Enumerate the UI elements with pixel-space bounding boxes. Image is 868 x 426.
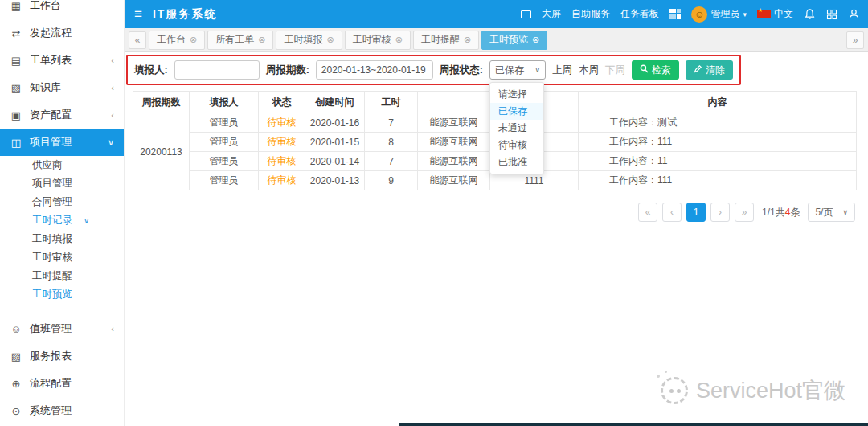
avatar: ☺ bbox=[691, 6, 707, 23]
tab-label: 工作台 bbox=[157, 33, 186, 47]
submenu-item-timesheet-record[interactable]: 工时记录 ∨ bbox=[0, 211, 124, 230]
tab-workbench[interactable]: 工作台 ⊗ bbox=[149, 31, 205, 50]
layout-grid-icon[interactable] bbox=[669, 9, 682, 20]
chevron-down-icon: ∨ bbox=[842, 208, 848, 216]
close-icon[interactable]: ⊗ bbox=[258, 35, 265, 45]
submenu-item-timesheet-remind[interactable]: 工时提醒 bbox=[0, 267, 124, 285]
prev-page-button[interactable]: ‹ bbox=[662, 203, 682, 222]
sidebar-item-process-config[interactable]: ⊕ 流程配置 bbox=[0, 370, 124, 397]
col-created: 创建时间 bbox=[305, 92, 365, 113]
sidebar-item-ticket-list[interactable]: ▤ 工单列表 ‹ bbox=[0, 47, 124, 74]
close-icon[interactable]: ⊗ bbox=[326, 35, 334, 45]
clear-button-label: 清除 bbox=[706, 63, 725, 77]
process-icon: ⊕ bbox=[10, 378, 23, 390]
flow-icon: ⇄ bbox=[10, 27, 23, 39]
submenu-item-supplier[interactable]: 供应商 bbox=[0, 156, 124, 174]
sidebar: ▦ 工作台 ⇄ 发起流程 ▤ 工单列表 ‹ ▧ 知识库 ‹ ▣ 资产配置 ‹ ◫… bbox=[0, 0, 125, 426]
dropdown-option-rejected[interactable]: 未通过 bbox=[490, 120, 543, 137]
tab-all-tickets[interactable]: 所有工单 ⊗ bbox=[207, 31, 273, 50]
close-icon[interactable]: ⊗ bbox=[190, 35, 197, 45]
user-profile-icon[interactable] bbox=[848, 8, 860, 20]
status-cell: 待审核 bbox=[259, 171, 305, 190]
dropdown-option-saved[interactable]: 已保存 bbox=[490, 103, 543, 120]
hamburger-menu-icon[interactable]: ≡ bbox=[134, 6, 142, 23]
tab-timesheet-remind[interactable]: 工时提醒 ⊗ bbox=[413, 31, 479, 50]
sidebar-item-label: 工作台 bbox=[30, 0, 61, 13]
language-label: 中文 bbox=[774, 7, 793, 21]
tab-timesheet-audit[interactable]: 工时审核 ⊗ bbox=[345, 31, 411, 50]
big-screen-icon[interactable] bbox=[521, 10, 531, 18]
dropdown-option-approved[interactable]: 已批准 bbox=[490, 154, 543, 170]
close-icon[interactable]: ⊗ bbox=[532, 35, 539, 45]
last-week-link[interactable]: 上周 bbox=[552, 63, 572, 77]
sidebar-item-launch-flow[interactable]: ⇄ 发起流程 bbox=[0, 19, 124, 47]
dropdown-option-please-select[interactable]: 请选择 bbox=[490, 86, 543, 103]
col-status: 状态 bbox=[259, 92, 305, 113]
nav-big-screen[interactable]: 大屏 bbox=[542, 7, 561, 21]
close-icon[interactable]: ⊗ bbox=[395, 35, 403, 45]
asset-config-icon: ▣ bbox=[10, 109, 23, 121]
sidebar-item-knowledge-base[interactable]: ▧ 知识库 ‹ bbox=[0, 74, 124, 101]
china-flag-icon: ★ bbox=[757, 10, 771, 18]
created-cell: 2020-01-14 bbox=[305, 152, 365, 171]
nav-self-service[interactable]: 自助服务 bbox=[571, 7, 610, 21]
close-icon[interactable]: ⊗ bbox=[464, 35, 471, 45]
brush-icon bbox=[694, 64, 702, 76]
submenu-item-project-mgmt[interactable]: 项目管理 bbox=[0, 174, 124, 193]
chevron-left-icon: ‹ bbox=[111, 324, 114, 334]
page-number-button[interactable]: 1 bbox=[686, 203, 706, 222]
sidebar-item-system-management[interactable]: ⊙ 系统管理 bbox=[0, 397, 124, 424]
search-button-label: 检索 bbox=[652, 63, 671, 77]
period-input[interactable] bbox=[316, 60, 433, 80]
next-week-link[interactable]: 下周 bbox=[605, 63, 625, 77]
language-switcher[interactable]: ★ 中文 bbox=[757, 7, 793, 21]
first-page-button[interactable]: « bbox=[638, 203, 657, 222]
sidebar-item-project-management[interactable]: ◫ 项目管理 ∨ bbox=[0, 129, 124, 156]
user-menu[interactable]: ☺ 管理员 ▾ bbox=[691, 6, 747, 23]
app-title: IT服务系统 bbox=[153, 7, 217, 22]
status-cell: 待审核 bbox=[259, 133, 305, 152]
sidebar-item-label: 工单列表 bbox=[30, 53, 72, 68]
last-page-button[interactable]: » bbox=[735, 203, 754, 222]
sidebar-item-asset-config[interactable]: ▣ 资产配置 ‹ bbox=[0, 101, 124, 129]
project-cell: 能源互联网 bbox=[418, 152, 490, 171]
clear-button[interactable]: 清除 bbox=[686, 60, 733, 80]
submenu-item-contract-mgmt[interactable]: 合同管理 bbox=[0, 193, 124, 211]
apps-icon[interactable] bbox=[826, 9, 837, 20]
reporter-cell: 管理员 bbox=[190, 152, 259, 171]
sidebar-item-duty-management[interactable]: ☺ 值班管理 ‹ bbox=[0, 315, 124, 342]
caret-down-icon: ▾ bbox=[743, 10, 747, 18]
submenu-item-timesheet-audit[interactable]: 工时审核 bbox=[0, 248, 124, 267]
tabs-scroll-left-icon[interactable]: « bbox=[129, 31, 146, 49]
bell-icon[interactable] bbox=[804, 8, 816, 20]
this-week-link[interactable]: 本周 bbox=[579, 63, 599, 77]
submenu-item-timesheet-preview[interactable]: 工时预览 bbox=[0, 285, 124, 304]
chevron-left-icon: ‹ bbox=[111, 83, 114, 92]
tab-timesheet-preview[interactable]: 工时预览 ⊗ bbox=[481, 31, 547, 50]
sidebar-item-label: 服务报表 bbox=[30, 349, 72, 363]
search-button[interactable]: 检索 bbox=[632, 60, 679, 80]
submenu-item-timesheet-fill[interactable]: 工时填报 bbox=[0, 230, 124, 248]
content-cell: 工作内容：11 bbox=[579, 152, 857, 171]
tabs-scroll-right-icon[interactable]: » bbox=[846, 31, 864, 49]
next-page-button[interactable]: › bbox=[710, 203, 730, 222]
reporter-input[interactable] bbox=[174, 60, 260, 80]
sidebar-item-label: 知识库 bbox=[30, 80, 61, 95]
period-group-cell: 20200113 bbox=[133, 113, 190, 190]
sidebar-item-service-report[interactable]: ▨ 服务报表 bbox=[0, 342, 124, 370]
tab-timesheet-fill[interactable]: 工时填报 ⊗ bbox=[276, 31, 342, 50]
reporter-cell: 管理员 bbox=[190, 113, 259, 133]
tab-label: 工时审核 bbox=[353, 33, 391, 47]
page-size-select[interactable]: 5/页 ∨ bbox=[808, 203, 855, 222]
sidebar-item-label: 系统管理 bbox=[30, 403, 72, 418]
nav-task-board[interactable]: 任务看板 bbox=[620, 7, 659, 21]
sidebar-item-workbench[interactable]: ▦ 工作台 bbox=[0, 0, 124, 19]
status-select[interactable]: 已保存 ∨ 请选择 已保存 未通过 待审核 已批准 bbox=[489, 60, 546, 80]
dropdown-option-pending[interactable]: 待审核 bbox=[490, 137, 543, 154]
content-cell: 工作内容：111 bbox=[579, 171, 857, 190]
col-hours: 工时 bbox=[365, 92, 418, 113]
tab-label: 工时提醒 bbox=[421, 33, 460, 47]
top-header: ≡ IT服务系统 大屏 自助服务 任务看板 ☺ 管理员 ▾ ★ 中文 bbox=[125, 0, 868, 28]
project-submenu: 供应商 项目管理 合同管理 工时记录 ∨ 工时填报 工时审核 工时提醒 工时预览 bbox=[0, 156, 124, 304]
user-name: 管理员 bbox=[710, 7, 739, 21]
